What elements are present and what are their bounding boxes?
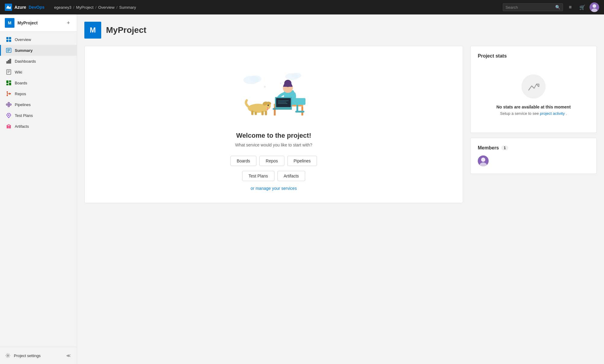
- svg-point-28: [10, 104, 11, 105]
- sidebar-project[interactable]: M MyProject: [5, 18, 38, 28]
- svg-rect-46: [296, 105, 298, 112]
- sidebar-item-pipelines[interactable]: Pipelines: [0, 99, 77, 110]
- sidebar: M MyProject + Overview: [0, 14, 77, 364]
- sidebar-nav: Overview Summary: [0, 32, 77, 347]
- svg-point-39: [291, 73, 301, 78]
- sidebar-item-pipelines-label: Pipelines: [15, 102, 31, 107]
- logo-devops-text: DevOps: [29, 5, 45, 10]
- repos-icon: [6, 91, 12, 97]
- breadcrumb-sep-3: /: [116, 5, 117, 10]
- members-card: Members 1: [470, 138, 597, 174]
- svg-rect-19: [6, 80, 8, 83]
- overview-icon: [6, 36, 12, 42]
- sidebar-item-dashboards-label: Dashboards: [15, 59, 36, 64]
- svg-point-37: [250, 76, 261, 83]
- top-nav: Azure DevOps egeaney3 / MyProject / Over…: [0, 0, 604, 14]
- page-project-avatar: M: [84, 22, 101, 39]
- manage-services-link[interactable]: or manage your services: [251, 186, 297, 191]
- svg-rect-20: [9, 80, 11, 82]
- sidebar-item-boards-label: Boards: [15, 81, 27, 85]
- svg-rect-15: [7, 70, 11, 74]
- sidebar-item-testplans[interactable]: Test Plans: [0, 110, 77, 121]
- sidebar-item-repos[interactable]: Repos: [0, 88, 77, 99]
- welcome-illustration: [229, 58, 319, 124]
- sidebar-item-testplans-label: Test Plans: [15, 113, 33, 118]
- service-btn-boards[interactable]: Boards: [230, 156, 256, 166]
- sidebar-item-overview[interactable]: Overview: [0, 34, 77, 45]
- content-area: M MyProject: [77, 14, 604, 364]
- service-buttons: Boards Repos Pipelines: [230, 156, 317, 166]
- dashboards-icon: [6, 58, 12, 64]
- service-btn-pipelines[interactable]: Pipelines: [287, 156, 317, 166]
- svg-point-40: [264, 86, 266, 88]
- service-btn-repos[interactable]: Repos: [259, 156, 284, 166]
- breadcrumb-project[interactable]: MyProject: [76, 5, 94, 10]
- svg-point-27: [8, 102, 10, 104]
- nav-basket-icon[interactable]: 🛒: [577, 2, 587, 12]
- svg-rect-22: [9, 83, 11, 85]
- sidebar-item-boards[interactable]: Boards: [0, 77, 77, 88]
- main-layout: M MyProject + Overview: [0, 14, 604, 364]
- stats-empty-title: No stats are available at this moment: [496, 105, 571, 109]
- sidebar-footer: Project settings ≪: [0, 347, 77, 364]
- welcome-title: Welcome to the project!: [236, 132, 311, 140]
- boards-icon: [6, 80, 12, 86]
- svg-point-26: [6, 104, 8, 105]
- nav-list-icon[interactable]: ≡: [565, 2, 575, 12]
- svg-rect-52: [276, 98, 291, 107]
- search-box[interactable]: 🔍: [503, 3, 563, 11]
- members-title: Members: [478, 145, 499, 151]
- service-btn-testplans[interactable]: Test Plans: [242, 171, 274, 181]
- stats-empty-state: No stats are available at this moment Se…: [478, 65, 589, 125]
- svg-rect-61: [261, 111, 264, 115]
- svg-point-35: [7, 355, 9, 356]
- page-title: MyProject: [106, 25, 146, 35]
- sidebar-item-repos-label: Repos: [15, 92, 26, 96]
- svg-point-67: [481, 158, 485, 162]
- search-input[interactable]: [505, 5, 553, 10]
- sidebar-header: M MyProject +: [0, 14, 77, 32]
- sidebar-project-avatar: M: [5, 18, 14, 28]
- content-grid: Welcome to the project! What service wou…: [84, 46, 597, 203]
- sidebar-item-wiki[interactable]: Wiki: [0, 67, 77, 77]
- svg-point-29: [8, 105, 10, 107]
- azure-devops-logo[interactable]: Azure DevOps: [5, 4, 45, 11]
- svg-rect-53: [273, 108, 292, 110]
- breadcrumb-page[interactable]: Summary: [119, 5, 136, 10]
- sidebar-item-summary-label: Summary: [15, 48, 33, 53]
- top-nav-right: 🔍 ≡ 🛒: [503, 2, 599, 12]
- breadcrumb-org[interactable]: egeaney3: [54, 5, 71, 10]
- logo-azure-text: Azure: [14, 5, 26, 10]
- svg-rect-62: [265, 111, 267, 115]
- svg-point-24: [7, 95, 8, 96]
- member-avatar[interactable]: [478, 155, 489, 166]
- sidebar-item-overview-label: Overview: [15, 37, 31, 42]
- page-title-row: M MyProject: [84, 22, 597, 39]
- wiki-icon: [6, 69, 12, 75]
- welcome-card: Welcome to the project! What service wou…: [84, 46, 463, 203]
- svg-rect-21: [6, 84, 8, 85]
- stats-card-title: Project stats: [478, 53, 589, 59]
- summary-icon: [6, 47, 12, 53]
- project-activity-link[interactable]: project activity: [540, 111, 565, 116]
- welcome-subtitle: What service would you like to start wit…: [235, 143, 312, 147]
- members-header: Members 1: [478, 145, 589, 151]
- sidebar-item-artifacts-label: Artifacts: [15, 124, 29, 129]
- sidebar-item-summary[interactable]: Summary: [0, 45, 77, 56]
- sidebar-add-button[interactable]: +: [65, 19, 72, 27]
- service-btn-artifacts[interactable]: Artifacts: [277, 171, 305, 181]
- project-settings-item[interactable]: Project settings ≪: [0, 350, 77, 362]
- sidebar-item-artifacts[interactable]: Artifacts: [0, 121, 77, 132]
- svg-rect-7: [9, 40, 11, 42]
- breadcrumb-section[interactable]: Overview: [98, 5, 114, 10]
- collapse-sidebar-button[interactable]: ≪: [65, 352, 72, 359]
- sidebar-item-dashboards[interactable]: Dashboards: [0, 56, 77, 67]
- svg-point-65: [268, 105, 269, 106]
- settings-icon: [5, 353, 11, 359]
- breadcrumb: egeaney3 / MyProject / Overview / Summar…: [54, 5, 136, 10]
- breadcrumb-sep-2: /: [95, 5, 96, 10]
- svg-rect-14: [9, 59, 11, 64]
- user-avatar[interactable]: [590, 2, 599, 12]
- testplans-icon: [6, 112, 12, 118]
- svg-point-50: [284, 80, 291, 87]
